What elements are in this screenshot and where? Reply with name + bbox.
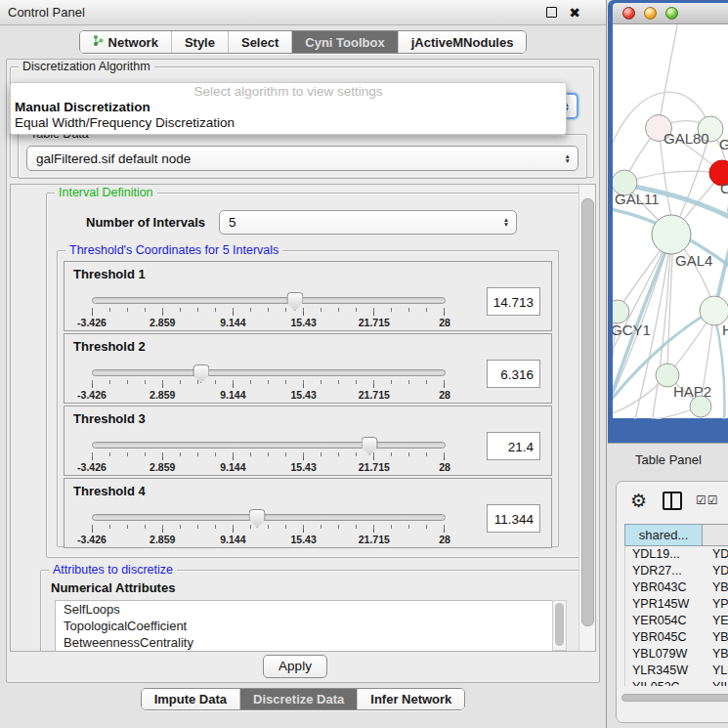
column-header-name[interactable]: name: [703, 524, 728, 546]
network-icon: [93, 34, 104, 50]
table-cell[interactable]: YBR045C: [625, 629, 704, 646]
tick-label: 9.144: [220, 317, 245, 328]
zoom-window-icon[interactable]: [665, 7, 678, 20]
table-cell[interactable]: YDR27...: [625, 563, 704, 579]
column-header-shared-name[interactable]: shared...: [624, 524, 703, 546]
table-cell[interactable]: YLR345W: [625, 663, 704, 679]
network-node-label: GA: [719, 136, 728, 152]
minimize-window-icon[interactable]: [644, 7, 657, 20]
table-cell[interactable]: YDL19...: [704, 546, 728, 563]
tick-labels: -3.4262.8599.14415.4321.71528: [92, 461, 445, 473]
table-cell[interactable]: YBL079W: [704, 646, 728, 663]
tab-label: jActiveMNodules: [411, 35, 514, 50]
tab-discretize-data[interactable]: Discretize Data: [239, 689, 357, 709]
node-table: shared... name YDL19...YDL19...YDR27...Y…: [624, 524, 728, 686]
apply-button[interactable]: Apply: [263, 655, 327, 678]
tab-select[interactable]: Select: [228, 31, 291, 53]
table-panel-title: Table Panel: [608, 443, 728, 476]
tick-label: 15.43: [290, 534, 316, 545]
close-window-icon[interactable]: [622, 7, 635, 20]
attribute-list-item[interactable]: BetweennessCentrality: [56, 634, 556, 651]
tick-label: 2.859: [150, 534, 175, 545]
slider-track[interactable]: [92, 442, 446, 449]
attributes-list-scrollbar[interactable]: [552, 600, 567, 651]
table-horizontal-scrollbar[interactable]: [621, 693, 728, 703]
tick-label: 21.715: [359, 461, 390, 473]
interval-definition-title: Interval Definition: [55, 186, 157, 199]
network-graph: GAL80GACGAL11GAL4GCY1HHAP2: [613, 24, 728, 419]
threshold-slider: -3.4262.8599.14415.4321.71528: [92, 297, 444, 305]
tick-label: -3.426: [77, 317, 107, 328]
network-node-label: C: [720, 180, 728, 196]
tick-label: 15.43: [290, 461, 316, 473]
attribute-list-item[interactable]: TopologicalCoefficient: [56, 618, 556, 634]
numerical-attributes-list[interactable]: SelfLoopsTopologicalCoefficientBetweenne…: [55, 600, 557, 652]
dropdown-placeholder[interactable]: Select algorithm to view settings: [11, 83, 566, 100]
network-canvas[interactable]: GAL80GACGAL11GAL4GCY1HHAP2: [613, 24, 728, 418]
table-row[interactable]: YBR045CYBR045C: [625, 629, 728, 646]
table-cell[interactable]: YBL079W: [625, 646, 704, 663]
gear-icon[interactable]: ⚙: [630, 490, 647, 512]
scrollbar-thumb[interactable]: [581, 198, 594, 626]
control-panel-titlebar: Control Panel ✖: [0, 0, 606, 25]
dropdown-item-manual-discretization[interactable]: Manual Discretization: [11, 100, 566, 115]
table-row[interactable]: YBR043CYBR043C: [625, 579, 728, 596]
table-row[interactable]: YPR145WYPR145W: [625, 596, 728, 613]
table-cell[interactable]: YER054C: [704, 613, 728, 629]
settings-vertical-scrollbar[interactable]: [578, 185, 595, 651]
tab-network[interactable]: Network: [80, 31, 171, 53]
table-cell[interactable]: YPR145W: [625, 596, 704, 613]
attribute-list-item[interactable]: SelfLoops: [56, 601, 556, 618]
table-cell[interactable]: YBR043C: [625, 579, 704, 596]
table-data-combobox[interactable]: galFiltered.sif default node ▲▼: [26, 146, 578, 171]
threshold-value-field[interactable]: 21.4: [487, 432, 540, 460]
threshold-value-field[interactable]: 14.713: [487, 287, 540, 316]
table-row[interactable]: YLR345WYLR345W: [625, 663, 728, 679]
network-node-gal4[interactable]: [652, 215, 691, 254]
tab-impute-data[interactable]: Impute Data: [142, 689, 239, 709]
table-cell[interactable]: YPR145W: [704, 596, 728, 613]
table-row[interactable]: YBL079WYBL079W: [625, 646, 728, 663]
table-cell[interactable]: YBR043C: [704, 579, 728, 596]
threshold-value-field[interactable]: 11.344: [487, 504, 540, 533]
table-cell[interactable]: YIL052C: [625, 679, 704, 686]
tick-labels: -3.4262.8599.14415.4321.71528: [92, 534, 445, 545]
tab-jactivemnodules[interactable]: jActiveMNodules: [398, 31, 527, 53]
tick-label: 28: [439, 389, 450, 401]
table-cell[interactable]: YLR345W: [704, 663, 728, 679]
tab-style[interactable]: Style: [171, 31, 228, 53]
columns-icon[interactable]: [663, 492, 682, 510]
table-row[interactable]: YIL052CYIL052C: [625, 679, 728, 686]
attributes-group-title: Attributes to discretize: [49, 563, 177, 577]
slider-track[interactable]: [92, 369, 446, 376]
slider-track[interactable]: [92, 514, 446, 521]
threshold-panel-2: Threshold 2-3.4262.8599.14415.4321.71528…: [64, 333, 552, 404]
tab-cyni-toolbox[interactable]: Cyni Toolbox: [291, 31, 397, 53]
tab-label: Impute Data: [154, 692, 227, 707]
threshold-title: Threshold 4: [73, 484, 146, 498]
threshold-value-field[interactable]: 6.316: [487, 360, 540, 388]
table-cell[interactable]: YER054C: [625, 613, 704, 629]
slider-track[interactable]: [92, 297, 446, 304]
float-window-icon[interactable]: [546, 7, 557, 18]
network-node-gcy1[interactable]: [613, 300, 629, 323]
table-cell[interactable]: YBR045C: [704, 629, 728, 646]
number-of-intervals-combobox[interactable]: 5 ▲▼: [219, 210, 517, 235]
scrollbar-thumb[interactable]: [555, 603, 564, 646]
table-cell[interactable]: YDL19...: [625, 546, 704, 563]
scrollbar-thumb[interactable]: [621, 694, 728, 702]
table-row[interactable]: YER054CYER054C: [625, 613, 728, 629]
tab-infer-network[interactable]: Infer Network: [357, 689, 464, 709]
table-cell[interactable]: YIL052C: [704, 679, 728, 686]
tick-label: 21.715: [359, 389, 390, 401]
tick-label: 2.859: [150, 317, 175, 328]
checkboxes-icon[interactable]: ☑☑: [696, 493, 719, 507]
table-row[interactable]: YDL19...YDL19...: [625, 546, 728, 563]
table-cell[interactable]: YDR27...: [704, 563, 728, 579]
tick-label: -3.426: [77, 461, 107, 473]
network-window-titlebar: [613, 3, 728, 24]
table-row[interactable]: YDR27...YDR27...: [625, 563, 728, 579]
dropdown-item-equal-width-frequency[interactable]: Equal Width/Frequency Discretization: [11, 115, 566, 131]
close-panel-icon[interactable]: ✖: [569, 8, 580, 18]
combo-stepper-icon: ▲▼: [565, 153, 571, 163]
